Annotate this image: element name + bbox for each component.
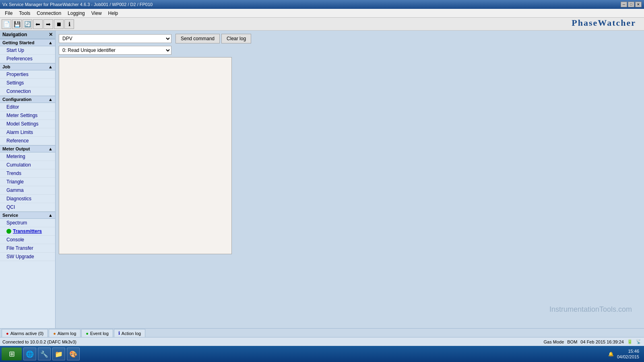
command-row: 0: Read Unique identifier (59, 46, 641, 55)
section-getting-started[interactable]: Getting Started ▲ (0, 39, 55, 46)
taskbar: ⊞ 🌐 🔧 📁 🎨 🔔 15:46 04/02/2015 (0, 346, 644, 362)
nav-header: Navigation ✕ (0, 31, 55, 39)
nav-item-connection[interactable]: Connection (0, 87, 55, 96)
nav-item-metering[interactable]: Metering (0, 152, 55, 161)
nav-item-alarm-limits[interactable]: Alarm Limits (0, 128, 55, 137)
status-bar: Connected to 10.0.0.2 (DAFC Mk3v3) Gas M… (0, 337, 644, 346)
menu-bar: File Tools Connection Logging View Help (0, 9, 644, 18)
menu-help[interactable]: Help (105, 10, 122, 17)
nav-collapse-icon[interactable]: ✕ (49, 32, 53, 37)
nav-item-meter-settings[interactable]: Meter Settings (0, 111, 55, 120)
taskbar-icon-3[interactable]: 📁 (52, 348, 65, 360)
action-buttons: Send command Clear log (175, 34, 251, 43)
title-bar-controls: ─ □ ✕ (621, 2, 642, 7)
gas-mode-label: Gas Mode (544, 339, 564, 344)
minimize-button[interactable]: ─ (621, 2, 627, 7)
menu-connection[interactable]: Connection (33, 10, 64, 17)
send-command-button[interactable]: Send command (175, 34, 220, 43)
toolbar-back[interactable]: ⬅ (33, 19, 43, 29)
brand-logo: PhaseWatcher (572, 18, 636, 28)
nav-item-editor[interactable]: Editor (0, 103, 55, 111)
toolbar-refresh[interactable]: 🔄 (23, 19, 32, 29)
command-dropdown[interactable]: 0: Read Unique identifier (59, 46, 171, 55)
taskbar-right: 🔔 15:46 04/02/2015 (608, 348, 642, 360)
tab-alarm-log[interactable]: ● Alarm log (49, 329, 80, 337)
alarm-log-icon: ● (53, 331, 56, 336)
sidebar: Navigation ✕ Getting Started ▲ Start Up … (0, 31, 56, 328)
section-configuration[interactable]: Configuration ▲ (0, 96, 55, 103)
clock-date: 04/02/2015 (617, 354, 639, 360)
section-getting-started-label: Getting Started (2, 40, 34, 45)
nav-item-settings[interactable]: Settings (0, 79, 55, 87)
tab-alarms-active[interactable]: ● Alarms active (0) (2, 329, 48, 337)
section-configuration-toggle[interactable]: ▲ (48, 97, 53, 102)
content-area: DPV Send command Clear log 0: Read Uniqu… (56, 31, 644, 328)
nav-item-qci[interactable]: QCI (0, 203, 55, 212)
menu-logging[interactable]: Logging (64, 10, 88, 17)
section-service-toggle[interactable]: ▲ (48, 213, 53, 218)
taskbar-icon-4[interactable]: 🎨 (67, 348, 80, 360)
menu-tools[interactable]: Tools (16, 10, 33, 17)
toolbar-save[interactable]: 💾 (12, 19, 22, 29)
nav-item-reference[interactable]: Reference (0, 137, 55, 145)
nav-item-transmitters[interactable]: Transmitters (0, 227, 55, 236)
title-bar: Vx Service Manager for PhaseWatcher 4.6.… (0, 0, 644, 9)
nav-title: Navigation (2, 32, 27, 37)
connection-status: Connected to 10.0.0.2 (DAFC Mk3v3) (2, 339, 544, 344)
nav-item-spectrum[interactable]: Spectrum (0, 219, 55, 227)
nav-item-sw-upgrade[interactable]: SW Upgrade (0, 253, 55, 261)
nav-item-model-settings[interactable]: Model Settings (0, 120, 55, 128)
toolbar: 📄 💾 🔄 ⬅ ➡ ⏹ ℹ PhaseWatcher (0, 18, 644, 31)
toolbar-forward[interactable]: ➡ (43, 19, 53, 29)
main-area: Navigation ✕ Getting Started ▲ Start Up … (0, 31, 644, 328)
transmitters-label: Transmitters (13, 228, 42, 234)
tab-action-log[interactable]: ℹ Action log (114, 329, 145, 337)
toolbar-new[interactable]: 📄 (2, 19, 11, 29)
nav-item-triangle[interactable]: Triangle (0, 178, 55, 186)
nav-item-gamma[interactable]: Gamma (0, 186, 55, 195)
section-service-label: Service (2, 213, 18, 218)
section-meter-output-label: Meter Output (2, 146, 30, 151)
tab-event-log[interactable]: ● Event log (81, 329, 113, 337)
menu-view[interactable]: View (88, 10, 105, 17)
section-meter-output[interactable]: Meter Output ▲ (0, 145, 55, 152)
nav-item-console[interactable]: Console (0, 236, 55, 244)
section-service[interactable]: Service ▲ (0, 212, 55, 219)
log-tabs: ● Alarms active (0) ● Alarm log ● Event … (0, 328, 644, 337)
status-datetime: 04 Feb 2015 16:39:24 (580, 339, 624, 344)
clock: 15:46 04/02/2015 (617, 348, 639, 360)
start-button[interactable]: ⊞ (2, 348, 22, 360)
alarm-active-icon: ● (6, 331, 9, 336)
transmitters-status-icon (6, 229, 11, 234)
nav-item-cumulation[interactable]: Cumulation (0, 161, 55, 169)
maximize-button[interactable]: □ (628, 2, 634, 7)
section-job[interactable]: Job ▲ (0, 63, 55, 70)
event-log-icon: ● (86, 331, 89, 336)
taskbar-icon-2[interactable]: 🔧 (38, 348, 51, 360)
section-job-label: Job (2, 64, 10, 69)
tab-event-log-label: Event log (90, 331, 109, 336)
taskbar-notify-icon: 🔔 (608, 352, 614, 357)
tab-action-log-label: Action log (122, 331, 141, 336)
close-button[interactable]: ✕ (635, 2, 642, 7)
tab-alarm-log-label: Alarm log (58, 331, 76, 336)
toolbar-help[interactable]: ℹ (64, 19, 74, 29)
dpv-dropdown[interactable]: DPV (59, 34, 171, 43)
nav-item-file-transfer[interactable]: File Transfer (0, 244, 55, 253)
nav-item-diagnostics[interactable]: Diagnostics (0, 195, 55, 203)
status-icon1: 🔋 (627, 339, 633, 344)
action-log-icon: ℹ (118, 331, 120, 336)
nav-item-properties[interactable]: Properties (0, 70, 55, 79)
clear-log-button[interactable]: Clear log (221, 34, 251, 43)
section-meter-output-toggle[interactable]: ▲ (48, 146, 53, 151)
taskbar-icon-1[interactable]: 🌐 (23, 348, 36, 360)
status-icon2: 📡 (636, 339, 642, 344)
nav-item-trends[interactable]: Trends (0, 169, 55, 178)
section-configuration-label: Configuration (2, 97, 31, 102)
nav-item-preferences[interactable]: Preferences (0, 55, 55, 63)
menu-file[interactable]: File (2, 10, 16, 17)
nav-item-startup[interactable]: Start Up (0, 46, 55, 55)
section-job-toggle[interactable]: ▲ (48, 64, 53, 69)
toolbar-stop[interactable]: ⏹ (54, 19, 64, 29)
section-getting-started-toggle[interactable]: ▲ (48, 40, 53, 45)
